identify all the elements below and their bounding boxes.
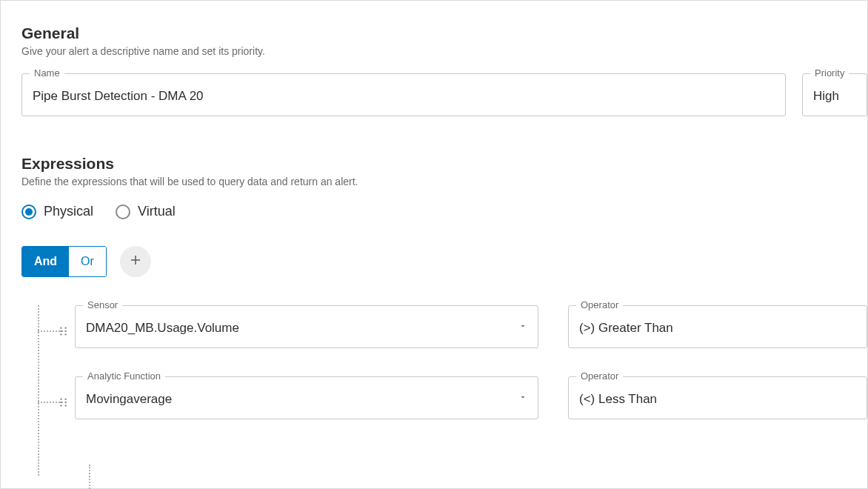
name-value: Pipe Burst Detection - DMA 20 [33,89,775,104]
add-expression-button[interactable] [120,246,151,277]
priority-label: Priority [810,67,849,79]
svg-point-5 [64,333,66,335]
expression-row: Sensor DMA20_MB.Usage.Volume Operator (>… [38,305,867,348]
radio-icon [21,204,36,219]
radio-virtual[interactable]: Virtual [116,204,176,219]
drag-handle-icon[interactable] [57,325,70,338]
sensor-field[interactable]: Sensor DMA20_MB.Usage.Volume [75,305,538,348]
svg-point-4 [64,330,66,332]
name-field[interactable]: Name Pipe Burst Detection - DMA 20 [21,73,786,116]
chevron-down-icon [518,391,527,405]
svg-point-1 [60,330,61,332]
operator-value: (>) Greater Than [579,321,856,336]
analytic-function-label: Analytic Function [83,370,165,382]
svg-point-11 [64,405,66,406]
operator-field[interactable]: Operator (<) Less Than [568,376,867,419]
sensor-value: DMA20_MB.Usage.Volume [86,321,527,336]
svg-point-9 [64,398,66,399]
svg-point-7 [60,402,61,403]
svg-point-10 [64,402,66,403]
operator-value: (<) Less Than [579,392,856,407]
analytic-function-field[interactable]: Analytic Function Movingaverage [75,376,538,419]
expression-type-radios: Physical Virtual [21,204,867,219]
sensor-label: Sensor [83,299,122,310]
and-button[interactable]: And [22,247,69,276]
logic-toggle: And Or [21,246,107,277]
section-expressions-title: Expressions [21,155,867,173]
drag-handle-icon[interactable] [57,396,70,409]
operator-label: Operator [576,370,623,382]
radio-physical-label: Physical [44,204,93,219]
radio-virtual-label: Virtual [138,204,176,219]
alert-config-form: General Give your alert a descriptive na… [0,0,868,489]
priority-field[interactable]: Priority High [802,73,867,116]
section-expressions-desc: Define the expressions that will be used… [21,176,867,187]
name-label: Name [30,67,64,79]
expression-row: Analytic Function Movingaverage Operator… [38,376,867,419]
analytic-function-value: Movingaverage [86,392,527,407]
radio-icon [116,204,130,219]
svg-point-3 [64,327,66,328]
expression-tree: Sensor DMA20_MB.Usage.Volume Operator (>… [21,305,867,419]
section-general-title: General [21,24,867,42]
section-general-desc: Give your alert a descriptive name and s… [21,45,867,57]
chevron-down-icon [518,320,527,333]
svg-point-8 [60,405,61,406]
operator-field[interactable]: Operator (>) Greater Than [568,305,867,348]
priority-value: High [813,89,856,104]
or-button[interactable]: Or [69,247,106,276]
radio-physical[interactable]: Physical [21,204,93,219]
operator-label: Operator [576,299,623,310]
svg-point-0 [60,327,61,328]
svg-point-6 [60,398,61,399]
svg-point-2 [60,333,61,335]
plus-icon [129,253,142,270]
tree-connector-line [89,465,90,489]
